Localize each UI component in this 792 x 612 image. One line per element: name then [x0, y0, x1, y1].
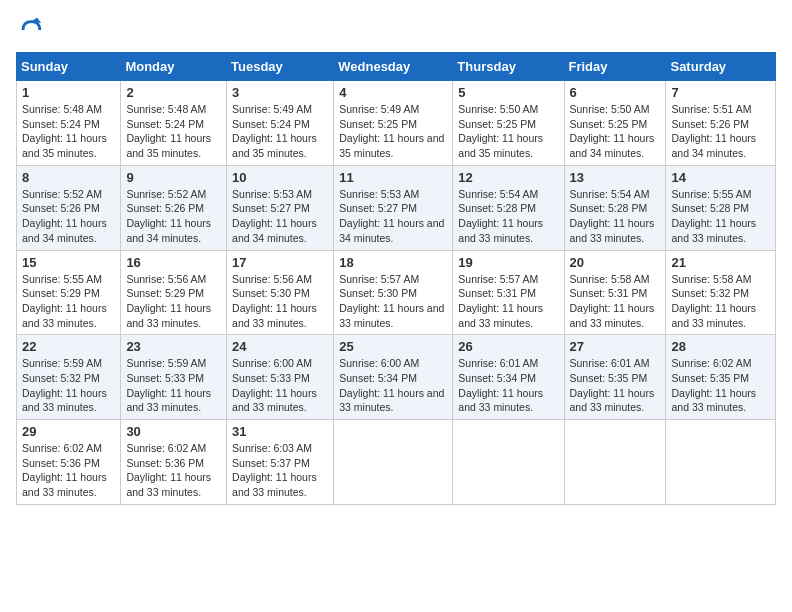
calendar-cell: 13Sunrise: 5:54 AMSunset: 5:28 PMDayligh… [564, 165, 666, 250]
calendar-cell: 24Sunrise: 6:00 AMSunset: 5:33 PMDayligh… [227, 335, 334, 420]
calendar-cell: 19Sunrise: 5:57 AMSunset: 5:31 PMDayligh… [453, 250, 564, 335]
calendar-cell: 17Sunrise: 5:56 AMSunset: 5:30 PMDayligh… [227, 250, 334, 335]
col-header-wednesday: Wednesday [334, 53, 453, 81]
col-header-thursday: Thursday [453, 53, 564, 81]
calendar-cell: 25Sunrise: 6:00 AMSunset: 5:34 PMDayligh… [334, 335, 453, 420]
logo-icon [16, 16, 44, 44]
calendar-cell: 16Sunrise: 5:56 AMSunset: 5:29 PMDayligh… [121, 250, 227, 335]
calendar-week-5: 29Sunrise: 6:02 AMSunset: 5:36 PMDayligh… [17, 420, 776, 505]
calendar-cell: 31Sunrise: 6:03 AMSunset: 5:37 PMDayligh… [227, 420, 334, 505]
calendar-cell: 9Sunrise: 5:52 AMSunset: 5:26 PMDaylight… [121, 165, 227, 250]
calendar-cell: 20Sunrise: 5:58 AMSunset: 5:31 PMDayligh… [564, 250, 666, 335]
calendar-cell: 23Sunrise: 5:59 AMSunset: 5:33 PMDayligh… [121, 335, 227, 420]
calendar-cell: 15Sunrise: 5:55 AMSunset: 5:29 PMDayligh… [17, 250, 121, 335]
calendar-cell: 21Sunrise: 5:58 AMSunset: 5:32 PMDayligh… [666, 250, 776, 335]
calendar-week-4: 22Sunrise: 5:59 AMSunset: 5:32 PMDayligh… [17, 335, 776, 420]
calendar-cell [453, 420, 564, 505]
calendar-cell: 4Sunrise: 5:49 AMSunset: 5:25 PMDaylight… [334, 81, 453, 166]
calendar-cell: 27Sunrise: 6:01 AMSunset: 5:35 PMDayligh… [564, 335, 666, 420]
calendar-cell: 22Sunrise: 5:59 AMSunset: 5:32 PMDayligh… [17, 335, 121, 420]
calendar-cell [334, 420, 453, 505]
calendar-cell: 29Sunrise: 6:02 AMSunset: 5:36 PMDayligh… [17, 420, 121, 505]
calendar-week-1: 1Sunrise: 5:48 AMSunset: 5:24 PMDaylight… [17, 81, 776, 166]
calendar-week-3: 15Sunrise: 5:55 AMSunset: 5:29 PMDayligh… [17, 250, 776, 335]
col-header-sunday: Sunday [17, 53, 121, 81]
calendar-table: SundayMondayTuesdayWednesdayThursdayFrid… [16, 52, 776, 505]
col-header-tuesday: Tuesday [227, 53, 334, 81]
calendar-cell: 28Sunrise: 6:02 AMSunset: 5:35 PMDayligh… [666, 335, 776, 420]
calendar-cell: 10Sunrise: 5:53 AMSunset: 5:27 PMDayligh… [227, 165, 334, 250]
calendar-cell: 30Sunrise: 6:02 AMSunset: 5:36 PMDayligh… [121, 420, 227, 505]
calendar-cell: 8Sunrise: 5:52 AMSunset: 5:26 PMDaylight… [17, 165, 121, 250]
calendar-cell: 11Sunrise: 5:53 AMSunset: 5:27 PMDayligh… [334, 165, 453, 250]
calendar-cell: 1Sunrise: 5:48 AMSunset: 5:24 PMDaylight… [17, 81, 121, 166]
col-header-saturday: Saturday [666, 53, 776, 81]
col-header-monday: Monday [121, 53, 227, 81]
calendar-cell [666, 420, 776, 505]
header-row: SundayMondayTuesdayWednesdayThursdayFrid… [17, 53, 776, 81]
col-header-friday: Friday [564, 53, 666, 81]
calendar-cell: 12Sunrise: 5:54 AMSunset: 5:28 PMDayligh… [453, 165, 564, 250]
calendar-cell: 26Sunrise: 6:01 AMSunset: 5:34 PMDayligh… [453, 335, 564, 420]
page-header [16, 16, 776, 44]
logo [16, 16, 48, 44]
calendar-week-2: 8Sunrise: 5:52 AMSunset: 5:26 PMDaylight… [17, 165, 776, 250]
calendar-cell: 14Sunrise: 5:55 AMSunset: 5:28 PMDayligh… [666, 165, 776, 250]
calendar-cell: 2Sunrise: 5:48 AMSunset: 5:24 PMDaylight… [121, 81, 227, 166]
calendar-cell: 18Sunrise: 5:57 AMSunset: 5:30 PMDayligh… [334, 250, 453, 335]
calendar-cell: 7Sunrise: 5:51 AMSunset: 5:26 PMDaylight… [666, 81, 776, 166]
calendar-cell: 3Sunrise: 5:49 AMSunset: 5:24 PMDaylight… [227, 81, 334, 166]
calendar-cell: 6Sunrise: 5:50 AMSunset: 5:25 PMDaylight… [564, 81, 666, 166]
calendar-cell: 5Sunrise: 5:50 AMSunset: 5:25 PMDaylight… [453, 81, 564, 166]
calendar-cell [564, 420, 666, 505]
